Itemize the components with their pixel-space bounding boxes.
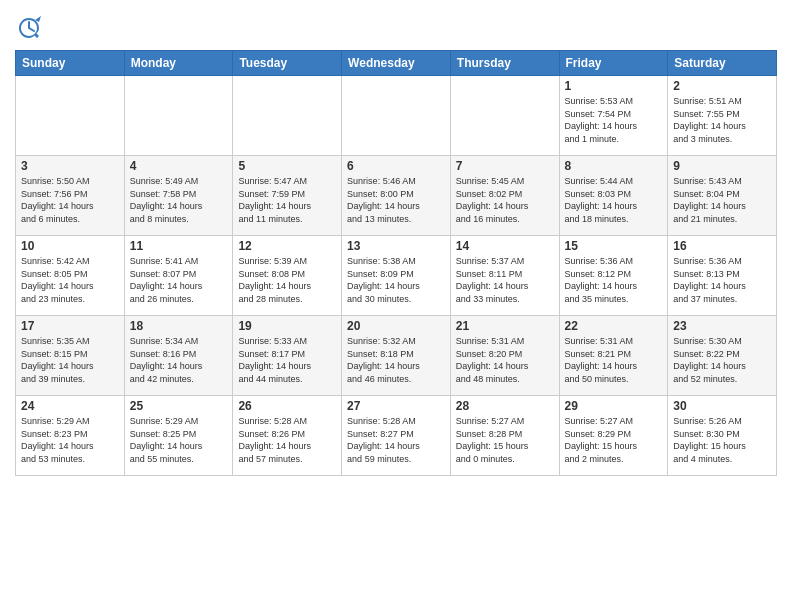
day-info: Sunrise: 5:36 AM Sunset: 8:12 PM Dayligh…: [565, 255, 663, 305]
day-number: 10: [21, 239, 119, 253]
day-info: Sunrise: 5:51 AM Sunset: 7:55 PM Dayligh…: [673, 95, 771, 145]
calendar-cell: 18Sunrise: 5:34 AM Sunset: 8:16 PM Dayli…: [124, 316, 233, 396]
day-info: Sunrise: 5:37 AM Sunset: 8:11 PM Dayligh…: [456, 255, 554, 305]
day-number: 21: [456, 319, 554, 333]
calendar-cell: 1Sunrise: 5:53 AM Sunset: 7:54 PM Daylig…: [559, 76, 668, 156]
day-number: 27: [347, 399, 445, 413]
day-info: Sunrise: 5:29 AM Sunset: 8:23 PM Dayligh…: [21, 415, 119, 465]
calendar-cell: 30Sunrise: 5:26 AM Sunset: 8:30 PM Dayli…: [668, 396, 777, 476]
calendar-cell: 6Sunrise: 5:46 AM Sunset: 8:00 PM Daylig…: [342, 156, 451, 236]
day-info: Sunrise: 5:35 AM Sunset: 8:15 PM Dayligh…: [21, 335, 119, 385]
calendar-cell: 5Sunrise: 5:47 AM Sunset: 7:59 PM Daylig…: [233, 156, 342, 236]
header-saturday: Saturday: [668, 51, 777, 76]
day-info: Sunrise: 5:49 AM Sunset: 7:58 PM Dayligh…: [130, 175, 228, 225]
calendar-cell: 24Sunrise: 5:29 AM Sunset: 8:23 PM Dayli…: [16, 396, 125, 476]
calendar-cell: 2Sunrise: 5:51 AM Sunset: 7:55 PM Daylig…: [668, 76, 777, 156]
calendar-cell: 4Sunrise: 5:49 AM Sunset: 7:58 PM Daylig…: [124, 156, 233, 236]
day-info: Sunrise: 5:34 AM Sunset: 8:16 PM Dayligh…: [130, 335, 228, 385]
calendar: Sunday Monday Tuesday Wednesday Thursday…: [15, 50, 777, 476]
day-number: 15: [565, 239, 663, 253]
logo: [15, 14, 46, 42]
calendar-cell: [16, 76, 125, 156]
day-info: Sunrise: 5:41 AM Sunset: 8:07 PM Dayligh…: [130, 255, 228, 305]
week-row-0: 1Sunrise: 5:53 AM Sunset: 7:54 PM Daylig…: [16, 76, 777, 156]
calendar-cell: 23Sunrise: 5:30 AM Sunset: 8:22 PM Dayli…: [668, 316, 777, 396]
day-info: Sunrise: 5:32 AM Sunset: 8:18 PM Dayligh…: [347, 335, 445, 385]
calendar-cell: [450, 76, 559, 156]
calendar-cell: 22Sunrise: 5:31 AM Sunset: 8:21 PM Dayli…: [559, 316, 668, 396]
calendar-cell: 9Sunrise: 5:43 AM Sunset: 8:04 PM Daylig…: [668, 156, 777, 236]
calendar-cell: [124, 76, 233, 156]
header: [15, 10, 777, 42]
day-info: Sunrise: 5:28 AM Sunset: 8:27 PM Dayligh…: [347, 415, 445, 465]
header-sunday: Sunday: [16, 51, 125, 76]
calendar-cell: 3Sunrise: 5:50 AM Sunset: 7:56 PM Daylig…: [16, 156, 125, 236]
calendar-cell: [233, 76, 342, 156]
week-row-1: 3Sunrise: 5:50 AM Sunset: 7:56 PM Daylig…: [16, 156, 777, 236]
calendar-cell: 17Sunrise: 5:35 AM Sunset: 8:15 PM Dayli…: [16, 316, 125, 396]
day-number: 17: [21, 319, 119, 333]
calendar-cell: 26Sunrise: 5:28 AM Sunset: 8:26 PM Dayli…: [233, 396, 342, 476]
day-info: Sunrise: 5:43 AM Sunset: 8:04 PM Dayligh…: [673, 175, 771, 225]
day-info: Sunrise: 5:42 AM Sunset: 8:05 PM Dayligh…: [21, 255, 119, 305]
day-number: 3: [21, 159, 119, 173]
header-friday: Friday: [559, 51, 668, 76]
calendar-cell: 20Sunrise: 5:32 AM Sunset: 8:18 PM Dayli…: [342, 316, 451, 396]
day-number: 28: [456, 399, 554, 413]
day-number: 30: [673, 399, 771, 413]
calendar-cell: 12Sunrise: 5:39 AM Sunset: 8:08 PM Dayli…: [233, 236, 342, 316]
day-number: 7: [456, 159, 554, 173]
day-info: Sunrise: 5:45 AM Sunset: 8:02 PM Dayligh…: [456, 175, 554, 225]
header-monday: Monday: [124, 51, 233, 76]
day-number: 20: [347, 319, 445, 333]
header-tuesday: Tuesday: [233, 51, 342, 76]
calendar-cell: 11Sunrise: 5:41 AM Sunset: 8:07 PM Dayli…: [124, 236, 233, 316]
calendar-cell: 14Sunrise: 5:37 AM Sunset: 8:11 PM Dayli…: [450, 236, 559, 316]
day-info: Sunrise: 5:31 AM Sunset: 8:20 PM Dayligh…: [456, 335, 554, 385]
logo-icon: [15, 14, 43, 42]
calendar-cell: 21Sunrise: 5:31 AM Sunset: 8:20 PM Dayli…: [450, 316, 559, 396]
day-number: 2: [673, 79, 771, 93]
week-row-2: 10Sunrise: 5:42 AM Sunset: 8:05 PM Dayli…: [16, 236, 777, 316]
day-number: 8: [565, 159, 663, 173]
header-thursday: Thursday: [450, 51, 559, 76]
calendar-cell: 10Sunrise: 5:42 AM Sunset: 8:05 PM Dayli…: [16, 236, 125, 316]
day-number: 22: [565, 319, 663, 333]
week-row-4: 24Sunrise: 5:29 AM Sunset: 8:23 PM Dayli…: [16, 396, 777, 476]
page: Sunday Monday Tuesday Wednesday Thursday…: [0, 0, 792, 612]
day-number: 9: [673, 159, 771, 173]
day-number: 24: [21, 399, 119, 413]
day-number: 19: [238, 319, 336, 333]
day-info: Sunrise: 5:29 AM Sunset: 8:25 PM Dayligh…: [130, 415, 228, 465]
day-number: 1: [565, 79, 663, 93]
day-info: Sunrise: 5:53 AM Sunset: 7:54 PM Dayligh…: [565, 95, 663, 145]
day-info: Sunrise: 5:38 AM Sunset: 8:09 PM Dayligh…: [347, 255, 445, 305]
header-wednesday: Wednesday: [342, 51, 451, 76]
week-row-3: 17Sunrise: 5:35 AM Sunset: 8:15 PM Dayli…: [16, 316, 777, 396]
day-info: Sunrise: 5:28 AM Sunset: 8:26 PM Dayligh…: [238, 415, 336, 465]
day-number: 13: [347, 239, 445, 253]
day-info: Sunrise: 5:33 AM Sunset: 8:17 PM Dayligh…: [238, 335, 336, 385]
day-number: 14: [456, 239, 554, 253]
day-number: 11: [130, 239, 228, 253]
day-number: 26: [238, 399, 336, 413]
day-info: Sunrise: 5:31 AM Sunset: 8:21 PM Dayligh…: [565, 335, 663, 385]
day-info: Sunrise: 5:50 AM Sunset: 7:56 PM Dayligh…: [21, 175, 119, 225]
day-info: Sunrise: 5:26 AM Sunset: 8:30 PM Dayligh…: [673, 415, 771, 465]
weekday-header-row: Sunday Monday Tuesday Wednesday Thursday…: [16, 51, 777, 76]
day-number: 23: [673, 319, 771, 333]
calendar-cell: 19Sunrise: 5:33 AM Sunset: 8:17 PM Dayli…: [233, 316, 342, 396]
day-number: 6: [347, 159, 445, 173]
day-info: Sunrise: 5:27 AM Sunset: 8:29 PM Dayligh…: [565, 415, 663, 465]
day-number: 4: [130, 159, 228, 173]
calendar-cell: 25Sunrise: 5:29 AM Sunset: 8:25 PM Dayli…: [124, 396, 233, 476]
calendar-cell: 29Sunrise: 5:27 AM Sunset: 8:29 PM Dayli…: [559, 396, 668, 476]
day-info: Sunrise: 5:27 AM Sunset: 8:28 PM Dayligh…: [456, 415, 554, 465]
day-info: Sunrise: 5:46 AM Sunset: 8:00 PM Dayligh…: [347, 175, 445, 225]
day-number: 29: [565, 399, 663, 413]
day-number: 12: [238, 239, 336, 253]
day-number: 5: [238, 159, 336, 173]
day-info: Sunrise: 5:30 AM Sunset: 8:22 PM Dayligh…: [673, 335, 771, 385]
calendar-cell: 28Sunrise: 5:27 AM Sunset: 8:28 PM Dayli…: [450, 396, 559, 476]
calendar-cell: 16Sunrise: 5:36 AM Sunset: 8:13 PM Dayli…: [668, 236, 777, 316]
